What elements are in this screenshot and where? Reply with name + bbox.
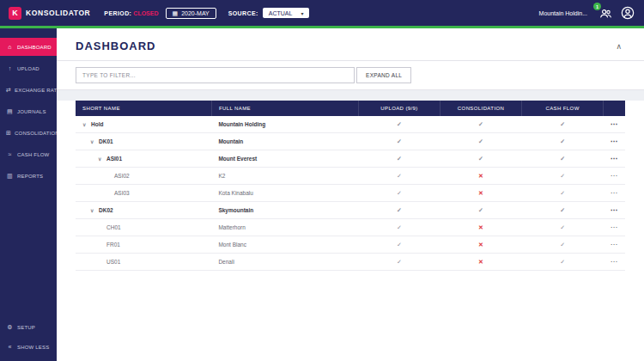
upload-status: ✓ (397, 242, 402, 248)
short-name: ASI03 (114, 190, 130, 196)
indent (82, 227, 98, 228)
period-selector[interactable]: ▦ 2020-MAY (166, 8, 216, 19)
table-row[interactable]: CH01 Matterhorn ✓ ✕ ✓ ⋯ (76, 219, 625, 236)
sidebar-item-label: CONSOLIDATION (15, 131, 59, 136)
full-name: Matterhorn (211, 219, 358, 236)
column-header: SHORT NAME (76, 101, 211, 116)
row-menu-button[interactable]: ⋯ (604, 254, 625, 271)
upload-status: ✓ (397, 259, 402, 265)
period-value: 2020-MAY (181, 10, 210, 16)
sidebar-item-exchange-rates[interactable]: ⇄ EXCHANGE RATES (0, 79, 57, 101)
sidebar-nav: ⌂ DASHBOARD ↑ UPLOAD ⇄ EXCHANGE RATES ▤ … (0, 36, 57, 187)
full-name: K2 (211, 168, 358, 185)
sidebar-item-consolidation[interactable]: ⊞ CONSOLIDATION (0, 122, 57, 144)
notification-badge: 1 (593, 3, 601, 10)
main-content: DASHBOARD ∧ EXPAND ALL SHORT NAMEFULL NA… (57, 28, 644, 361)
table-row[interactable]: ∨ DK01 Mountain ✓ ✓ ✓ ⋯ (76, 133, 625, 150)
short-name: CH01 (106, 224, 121, 230)
row-menu-button[interactable]: ⋯ (604, 150, 625, 168)
cashflow-status: ✓ (560, 207, 565, 213)
sidebar-item-cash-flow[interactable]: ≈ CASH FLOW (0, 144, 57, 165)
collapse-left-icon: « (6, 344, 14, 350)
short-name: Hold (91, 121, 103, 127)
full-name: Denali (211, 254, 358, 271)
cashflow-status: ✓ (560, 242, 565, 248)
upload-status: ✓ (397, 224, 402, 230)
calendar-icon: ▦ (173, 10, 179, 16)
source-group: SOURCE: ACTUAL ▾ (228, 8, 310, 18)
period-label: PERIOD: (104, 10, 131, 16)
table-header-row: SHORT NAMEFULL NAMEUPLOAD (9/9)CONSOLIDA… (76, 101, 625, 116)
period-group: PERIOD: CLOSED (104, 10, 158, 16)
chevron-down-icon[interactable]: ∨ (98, 156, 106, 162)
user-icon (621, 6, 635, 20)
upload-icon: ↑ (6, 65, 14, 71)
table-row[interactable]: ASI02 K2 ✓ ✕ ✓ ⋯ (76, 168, 625, 185)
consolidation-icon: ⊞ (6, 130, 11, 137)
gear-icon: ⚙ (6, 324, 14, 331)
upload-status: ✓ (397, 173, 402, 179)
table-row[interactable]: US01 Denali ✓ ✕ ✓ ⋯ (76, 254, 625, 271)
sidebar-item-label: DASHBOARD (17, 45, 52, 50)
account-button[interactable] (620, 5, 635, 21)
short-name: DK01 (99, 138, 113, 144)
cashflow-status: ✓ (560, 259, 565, 265)
source-value: ACTUAL (269, 10, 293, 16)
collapse-panel-icon[interactable]: ∧ (616, 42, 622, 51)
column-header: CONSOLIDATION (440, 101, 522, 116)
table-body: ∨ Hold Mountain Holding ✓ ✓ ✓ ⋯ ∨ DK01 M… (76, 116, 625, 271)
table-row[interactable]: ASI03 Kota Kinabalu ✓ ✕ ✓ ⋯ (76, 185, 625, 202)
row-menu-button[interactable]: ⋯ (604, 202, 625, 219)
page-title: DASHBOARD (76, 40, 625, 52)
indent (82, 261, 98, 262)
chevron-down-icon: ▾ (301, 10, 303, 16)
sidebar-item-show-less[interactable]: « SHOW LESS (0, 337, 57, 357)
consolidation-status: ✓ (478, 121, 483, 127)
row-menu-button[interactable]: ⋯ (604, 236, 625, 254)
filter-input[interactable] (76, 67, 355, 83)
table-row[interactable]: FR01 Mont Blanc ✓ ✕ ✓ ⋯ (76, 236, 625, 254)
sidebar-item-reports[interactable]: ▥ REPORTS (0, 165, 57, 187)
upload-status: ✓ (397, 156, 402, 162)
full-name: Mountain Holding (211, 116, 358, 133)
sidebar-item-label: SETUP (17, 325, 35, 330)
full-name: Mountain (211, 133, 358, 150)
row-menu-button[interactable]: ⋯ (604, 133, 625, 150)
sidebar-item-dashboard[interactable]: ⌂ DASHBOARD (0, 38, 57, 56)
short-name: DK02 (99, 207, 113, 213)
sidebar-item-label: CASH FLOW (17, 152, 49, 157)
table-row[interactable]: ∨ Hold Mountain Holding ✓ ✓ ✓ ⋯ (76, 116, 625, 133)
chevron-down-icon[interactable]: ∨ (90, 138, 99, 144)
column-header: CASH FLOW (522, 101, 604, 116)
sidebar-item-upload[interactable]: ↑ UPLOAD (0, 58, 57, 79)
table-row[interactable]: ∨ ASI01 Mount Everest ✓ ✓ ✓ ⋯ (76, 150, 625, 168)
table-row[interactable]: ∨ DK02 Skymountain ✓ ✓ ✓ ⋯ (76, 202, 625, 219)
short-name: ASI01 (106, 156, 122, 162)
indent (82, 210, 90, 211)
sidebar-item-journals[interactable]: ▤ JOURNALS (0, 101, 57, 122)
sidebar-item-setup[interactable]: ⚙ SETUP (0, 317, 57, 337)
row-menu-button[interactable]: ⋯ (604, 168, 625, 185)
cashflow-status: ✓ (560, 190, 565, 196)
topbar: K KONSOLIDATOR PERIOD: CLOSED ▦ 2020-MAY… (0, 0, 644, 26)
cashflow-status: ✓ (560, 224, 565, 230)
upload-status: ✓ (397, 207, 402, 213)
cashflow-status: ✓ (560, 173, 565, 179)
chevron-down-icon[interactable]: ∨ (82, 121, 91, 127)
indent (82, 158, 98, 159)
upload-status: ✓ (397, 138, 402, 144)
expand-all-button[interactable]: EXPAND ALL (356, 67, 411, 83)
row-menu-button[interactable]: ⋯ (604, 219, 625, 236)
sidebar-item-label: UPLOAD (17, 66, 39, 71)
row-menu-button[interactable]: ⋯ (604, 116, 625, 133)
chevron-down-icon[interactable]: ∨ (90, 207, 99, 213)
team-button[interactable]: 1 (598, 5, 613, 21)
logo-icon: K (9, 7, 21, 20)
cashflow-status: ✓ (560, 138, 565, 144)
row-menu-button[interactable]: ⋯ (604, 185, 625, 202)
source-label: SOURCE: (228, 10, 258, 16)
konsolidator-logo: K KONSOLIDATOR (9, 7, 90, 20)
source-select[interactable]: ACTUAL ▾ (263, 8, 310, 18)
indent (82, 193, 106, 193)
consolidation-status: ✕ (478, 242, 483, 248)
